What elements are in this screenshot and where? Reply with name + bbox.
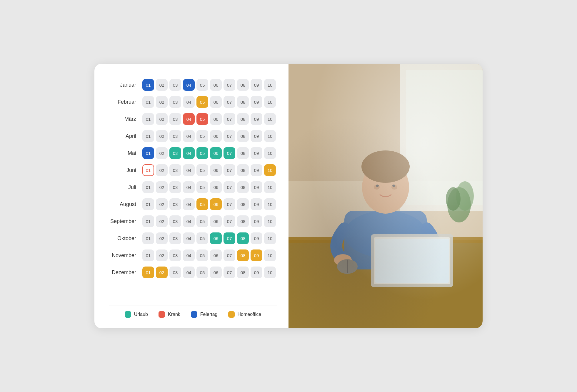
day-badge[interactable]: 06	[210, 96, 222, 108]
day-badge[interactable]: 09	[251, 267, 262, 278]
day-badge[interactable]: 05	[196, 198, 208, 210]
day-badge[interactable]: 05	[196, 181, 208, 193]
day-badge[interactable]: 10	[264, 113, 276, 125]
day-badge[interactable]: 07	[224, 249, 235, 261]
day-badge[interactable]: 10	[264, 232, 276, 244]
day-badge[interactable]: 01	[142, 130, 154, 142]
day-badge[interactable]: 04	[183, 267, 195, 278]
day-badge[interactable]: 06	[210, 198, 222, 210]
day-badge[interactable]: 02	[156, 164, 168, 176]
day-badge[interactable]: 01	[142, 147, 154, 159]
day-badge[interactable]: 03	[169, 147, 181, 159]
day-badge[interactable]: 06	[210, 79, 222, 91]
day-badge[interactable]: 08	[237, 198, 249, 210]
day-badge[interactable]: 06	[210, 113, 222, 125]
day-badge[interactable]: 10	[264, 96, 276, 108]
day-badge[interactable]: 07	[224, 147, 235, 159]
day-badge[interactable]: 03	[169, 79, 181, 91]
day-badge[interactable]: 07	[224, 215, 235, 227]
day-badge[interactable]: 08	[237, 215, 249, 227]
day-badge[interactable]: 06	[210, 232, 222, 244]
day-badge[interactable]: 10	[264, 267, 276, 278]
day-badge[interactable]: 09	[251, 130, 262, 142]
day-badge[interactable]: 06	[210, 147, 222, 159]
day-badge[interactable]: 02	[156, 215, 168, 227]
day-badge[interactable]: 07	[224, 198, 235, 210]
day-badge[interactable]: 09	[251, 147, 262, 159]
day-badge[interactable]: 01	[142, 79, 154, 91]
day-badge[interactable]: 09	[251, 215, 262, 227]
day-badge[interactable]: 02	[156, 249, 168, 261]
day-badge[interactable]: 02	[156, 130, 168, 142]
day-badge[interactable]: 03	[169, 96, 181, 108]
day-badge[interactable]: 05	[196, 164, 208, 176]
day-badge[interactable]: 06	[210, 267, 222, 278]
day-badge[interactable]: 04	[183, 96, 195, 108]
day-badge[interactable]: 03	[169, 130, 181, 142]
day-badge[interactable]: 10	[264, 164, 276, 176]
day-badge[interactable]: 07	[224, 267, 235, 278]
day-badge[interactable]: 04	[183, 130, 195, 142]
day-badge[interactable]: 01	[142, 181, 154, 193]
day-badge[interactable]: 06	[210, 249, 222, 261]
day-badge[interactable]: 04	[183, 249, 195, 261]
day-badge[interactable]: 01	[142, 113, 154, 125]
day-badge[interactable]: 09	[251, 79, 262, 91]
day-badge[interactable]: 10	[264, 181, 276, 193]
day-badge[interactable]: 10	[264, 79, 276, 91]
day-badge[interactable]: 03	[169, 164, 181, 176]
day-badge[interactable]: 08	[237, 181, 249, 193]
day-badge[interactable]: 06	[210, 130, 222, 142]
day-badge[interactable]: 08	[237, 96, 249, 108]
day-badge[interactable]: 03	[169, 198, 181, 210]
day-badge[interactable]: 05	[196, 96, 208, 108]
day-badge[interactable]: 07	[224, 96, 235, 108]
day-badge[interactable]: 07	[224, 130, 235, 142]
day-badge[interactable]: 07	[224, 164, 235, 176]
day-badge[interactable]: 07	[224, 79, 235, 91]
day-badge[interactable]: 04	[183, 215, 195, 227]
day-badge[interactable]: 09	[251, 113, 262, 125]
day-badge[interactable]: 08	[237, 267, 249, 278]
day-badge[interactable]: 05	[196, 130, 208, 142]
day-badge[interactable]: 05	[196, 79, 208, 91]
day-badge[interactable]: 02	[156, 147, 168, 159]
day-badge[interactable]: 01	[142, 267, 154, 278]
day-badge[interactable]: 09	[251, 232, 262, 244]
day-badge[interactable]: 05	[196, 215, 208, 227]
day-badge[interactable]: 06	[210, 164, 222, 176]
day-badge[interactable]: 02	[156, 267, 168, 278]
day-badge[interactable]: 09	[251, 249, 262, 261]
day-badge[interactable]: 07	[224, 113, 235, 125]
day-badge[interactable]: 10	[264, 215, 276, 227]
day-badge[interactable]: 10	[264, 249, 276, 261]
day-badge[interactable]: 01	[142, 198, 154, 210]
day-badge[interactable]: 05	[196, 232, 208, 244]
day-badge[interactable]: 05	[196, 147, 208, 159]
day-badge[interactable]: 01	[142, 232, 154, 244]
day-badge[interactable]: 10	[264, 147, 276, 159]
day-badge[interactable]: 01	[142, 249, 154, 261]
day-badge[interactable]: 07	[224, 181, 235, 193]
day-badge[interactable]: 10	[264, 130, 276, 142]
day-badge[interactable]: 03	[169, 215, 181, 227]
day-badge[interactable]: 03	[169, 113, 181, 125]
day-badge[interactable]: 08	[237, 164, 249, 176]
day-badge[interactable]: 04	[183, 181, 195, 193]
day-badge[interactable]: 03	[169, 249, 181, 261]
day-badge[interactable]: 04	[183, 232, 195, 244]
day-badge[interactable]: 02	[156, 181, 168, 193]
day-badge[interactable]: 08	[237, 147, 249, 159]
day-badge[interactable]: 01	[142, 215, 154, 227]
day-badge[interactable]: 08	[237, 232, 249, 244]
day-badge[interactable]: 09	[251, 198, 262, 210]
day-badge[interactable]: 04	[183, 79, 195, 91]
day-badge[interactable]: 10	[264, 198, 276, 210]
day-badge[interactable]: 03	[169, 181, 181, 193]
day-badge[interactable]: 05	[196, 113, 208, 125]
day-badge[interactable]: 01	[142, 96, 154, 108]
day-badge[interactable]: 09	[251, 96, 262, 108]
day-badge[interactable]: 01	[142, 164, 154, 176]
day-badge[interactable]: 03	[169, 232, 181, 244]
day-badge[interactable]: 02	[156, 232, 168, 244]
